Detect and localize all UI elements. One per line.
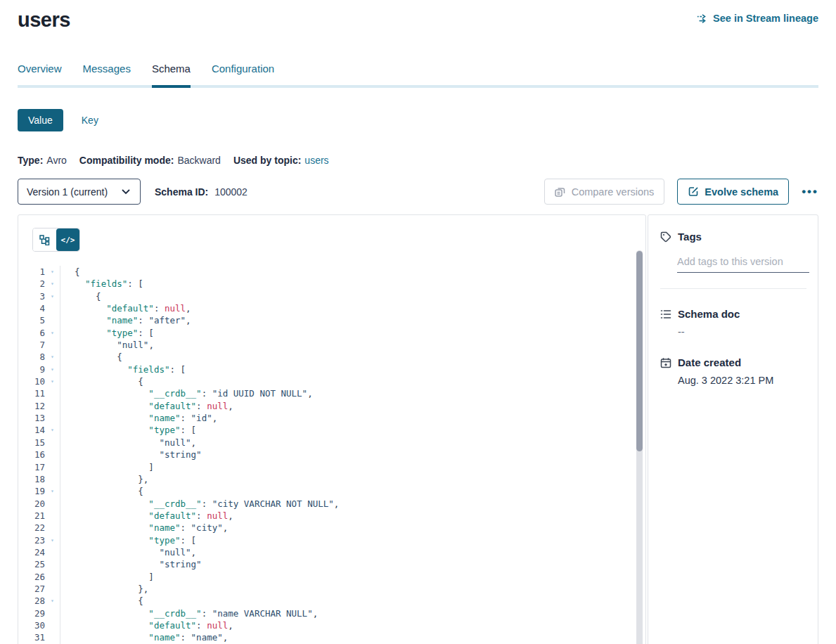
code-text: {	[60, 351, 122, 363]
view-mode-toggle: </>	[32, 228, 80, 252]
tab-messages[interactable]: Messages	[83, 63, 131, 85]
topic-link[interactable]: users	[304, 155, 328, 166]
schema-id-value: 100002	[214, 186, 247, 198]
code-line: 20▾ "__crdb__": "city VARCHAR NOT NULL",	[18, 498, 645, 510]
code-text: "default": null,	[60, 619, 233, 631]
fold-toggle-icon[interactable]: ▾	[45, 424, 60, 436]
code-text: "type": [	[60, 534, 196, 546]
code-line: 22▾ "name": "city",	[18, 522, 645, 534]
sidebar-divider	[660, 288, 806, 289]
line-number: 14	[18, 424, 45, 436]
fold-toggle-icon[interactable]: ▾	[45, 534, 60, 546]
code-text: },	[60, 473, 148, 485]
schema-doc-icon	[660, 309, 671, 320]
tags-section-title: Tags	[678, 231, 702, 243]
code-text: "string"	[60, 449, 202, 461]
code-line: 26▾ ]	[18, 571, 645, 583]
used-by-topic-label: Used by topic:	[233, 155, 301, 166]
code-line: 16▾ "string"	[18, 449, 645, 461]
page-header: users See in Stream lineage	[18, 8, 818, 32]
code-text: "string"	[60, 558, 202, 570]
stream-lineage-label: See in Stream lineage	[713, 13, 818, 24]
schema-id: Schema ID: 100002	[155, 186, 247, 198]
code-text: "name": "after",	[60, 314, 191, 326]
fold-toggle-icon: ▾	[45, 522, 60, 534]
line-number: 30	[18, 619, 45, 631]
schema-id-label: Schema ID:	[155, 186, 208, 198]
type-label: Type:	[18, 155, 43, 166]
code-line: 3▾ {	[18, 290, 645, 302]
stream-lineage-link[interactable]: See in Stream lineage	[697, 13, 818, 24]
line-number: 3	[18, 290, 45, 302]
evolve-schema-button[interactable]: Evolve schema	[677, 179, 789, 205]
compare-versions-button[interactable]: Compare versions	[544, 179, 665, 205]
topic-tabs: Overview Messages Schema Configuration	[18, 63, 818, 85]
fold-toggle-icon[interactable]: ▾	[45, 595, 60, 607]
code-view-button[interactable]: </>	[56, 228, 79, 251]
type-value: Avro	[46, 155, 67, 166]
fold-toggle-icon[interactable]: ▾	[45, 290, 60, 302]
code-line: 4▾ "default": null,	[18, 302, 645, 314]
add-tags-input[interactable]	[677, 255, 809, 273]
fold-toggle-icon[interactable]: ▾	[45, 485, 60, 497]
code-text: "default": null,	[60, 302, 191, 314]
fold-toggle-icon: ▾	[45, 400, 60, 412]
tab-configuration[interactable]: Configuration	[212, 63, 274, 85]
code-scrollbar-track[interactable]	[636, 250, 643, 644]
line-number: 15	[18, 437, 45, 449]
code-text: "name": "name",	[60, 631, 228, 643]
fold-toggle-icon: ▾	[45, 571, 60, 583]
fold-toggle-icon: ▾	[45, 558, 60, 570]
version-select[interactable]: Version 1 (current)	[18, 179, 141, 205]
key-tab-link[interactable]: Key	[82, 115, 98, 126]
fold-toggle-icon[interactable]: ▾	[45, 266, 60, 278]
line-number: 1	[18, 266, 45, 278]
fold-toggle-icon[interactable]: ▾	[45, 351, 60, 363]
schema-meta-row: Type: Avro Compatibility mode: Backward …	[18, 155, 818, 166]
code-text: ]	[60, 571, 154, 583]
chevron-down-icon	[120, 186, 131, 198]
code-line: 5▾ "name": "after",	[18, 314, 645, 326]
date-created-title: Date created	[678, 356, 741, 368]
fold-toggle-icon[interactable]: ▾	[45, 363, 60, 375]
code-text: {	[60, 290, 101, 302]
line-number: 26	[18, 571, 45, 583]
code-line: 23▾ "type": [	[18, 534, 645, 546]
evolve-schema-icon	[688, 186, 699, 198]
code-text: "name": "id",	[60, 412, 217, 424]
line-number: 11	[18, 387, 45, 399]
fold-toggle-icon: ▾	[45, 607, 60, 619]
tab-schema[interactable]: Schema	[152, 63, 191, 85]
code-line: 27▾ },	[18, 583, 645, 595]
schema-code-panel: </> 1▾{2▾ "fields": [3▾ {4▾ "default": n…	[18, 214, 646, 644]
code-text: {	[60, 266, 80, 278]
tab-overview[interactable]: Overview	[18, 63, 62, 85]
line-number: 9	[18, 363, 45, 375]
code-text: "type": [	[60, 327, 154, 339]
line-number: 28	[18, 595, 45, 607]
schema-content: </> 1▾{2▾ "fields": [3▾ {4▾ "default": n…	[18, 214, 818, 644]
code-line: 28▾ {	[18, 595, 645, 607]
code-text: "type": [	[60, 424, 196, 436]
fold-toggle-icon: ▾	[45, 461, 60, 473]
code-scrollbar-thumb[interactable]	[636, 251, 643, 451]
code-text: {	[60, 485, 143, 497]
date-created-icon	[660, 357, 671, 368]
code-line: 14▾ "type": [	[18, 424, 645, 436]
fold-toggle-icon[interactable]: ▾	[45, 375, 60, 387]
code-line: 18▾ },	[18, 473, 645, 485]
fold-toggle-icon[interactable]: ▾	[45, 278, 60, 290]
value-tab-button[interactable]: Value	[18, 109, 63, 131]
code-line: 15▾ "null",	[18, 437, 645, 449]
tree-view-button[interactable]	[33, 228, 56, 251]
code-text: "fields": [	[60, 278, 143, 290]
fold-toggle-icon[interactable]: ▾	[45, 327, 60, 339]
tab-underline-bar	[18, 85, 818, 88]
code-line: 7▾ "null",	[18, 339, 645, 351]
line-number: 27	[18, 583, 45, 595]
line-number: 17	[18, 461, 45, 473]
code-line: 17▾ ]	[18, 461, 645, 473]
more-options-button[interactable]: •••	[802, 186, 818, 198]
line-number: 23	[18, 534, 45, 546]
code-line: 2▾ "fields": [	[18, 278, 645, 290]
